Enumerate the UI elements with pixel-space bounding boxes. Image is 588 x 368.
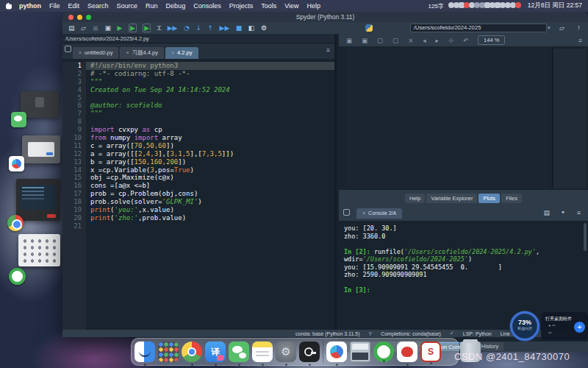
code-line[interactable]: print('you:',x.value): [86, 206, 334, 214]
dock-window-preview-icon[interactable]: [350, 342, 370, 362]
dock-app-apple-icon[interactable]: [397, 342, 417, 362]
console-scrollbar[interactable]: [584, 223, 587, 251]
step-over-icon[interactable]: ↓: [196, 24, 201, 32]
pane-tab-files[interactable]: Files: [501, 194, 522, 203]
code-line[interactable]: # -*- codiarng: utf-8 -*-: [86, 70, 334, 78]
close-console-icon[interactable]: ×: [362, 210, 365, 216]
editor-tab-4.2.py[interactable]: ×4.2.py: [165, 47, 198, 59]
save-icon[interactable]: ▣: [92, 24, 98, 32]
interrupt-console-icon[interactable]: ●: [562, 209, 564, 214]
layout-icon[interactable]: ◧: [248, 24, 255, 32]
dock-settings-icon[interactable]: ⚙: [276, 342, 296, 362]
menu-item-projects[interactable]: Projects: [229, 2, 254, 10]
minimized-window-grid[interactable]: [18, 234, 60, 266]
code-line[interactable]: from numpy import array: [86, 134, 334, 142]
recording-dot-icon[interactable]: [515, 2, 521, 8]
editor-tab-习题4.4.py[interactable]: ×习题4.4.py: [120, 47, 164, 59]
code-line[interactable]: @author: scofieldo: [86, 102, 334, 110]
chevron-down-icon[interactable]: ▾: [548, 25, 551, 31]
menu-item-debug[interactable]: Debug: [166, 2, 186, 10]
previous-plot-icon[interactable]: ◂: [423, 37, 426, 44]
stop-icon[interactable]: ■: [236, 24, 243, 32]
menu-item-help[interactable]: Help: [307, 2, 321, 10]
open-file-icon[interactable]: ▱: [81, 24, 86, 32]
step-return-icon[interactable]: ↑: [207, 24, 213, 32]
lsp-status[interactable]: LSP: Python: [463, 331, 492, 336]
run-cell-icon[interactable]: ▶: [129, 24, 137, 32]
debug-cell-icon[interactable]: ◔: [184, 24, 190, 32]
copy-plot-icon[interactable]: ▢: [377, 37, 383, 44]
menu-item-source[interactable]: Source: [117, 2, 138, 10]
code-editor[interactable]: 123456789101112131415161718192021 #!/usr…: [62, 59, 334, 330]
new-file-icon[interactable]: ▤: [68, 24, 75, 32]
minimized-window-dialog[interactable]: [22, 135, 60, 163]
input-source-indicator[interactable]: 125字: [428, 2, 443, 10]
menu-item-tools[interactable]: Tools: [261, 2, 276, 10]
dock-netdisk-icon[interactable]: [326, 342, 347, 362]
close-tab-icon[interactable]: ×: [126, 50, 129, 55]
menubar-clock[interactable]: 12月8日 周日 22:57: [528, 1, 582, 10]
tab-options-menu-icon[interactable]: ≡: [326, 46, 330, 54]
completions-status[interactable]: Completions: conda(base): [381, 331, 441, 336]
apple-menu-icon[interactable]: [6, 3, 12, 10]
run-icon[interactable]: ▶: [117, 24, 122, 32]
code-line[interactable]: prob.solve(solver='GLPK_MI'): [86, 198, 334, 206]
working-directory-combobox[interactable]: /Users/scofieldo/2024-2025: [410, 24, 547, 32]
zoom-out-icon[interactable]: ↶: [463, 37, 468, 44]
zoom-in-icon[interactable]: ⊹: [448, 37, 453, 44]
dock-finder-icon[interactable]: [135, 342, 155, 362]
code-line[interactable]: print('zho:',prob.value): [86, 214, 334, 222]
code-line[interactable]: cons =[a@x <=b]: [86, 182, 334, 190]
window-titlebar[interactable]: Spyder (Python 3.11): [62, 12, 588, 22]
debug-file-icon[interactable]: ▶▶: [168, 24, 178, 32]
remove-plot-icon[interactable]: ▢: [392, 37, 398, 44]
new-console-icon[interactable]: ▤: [543, 209, 550, 216]
code-line[interactable]: [86, 94, 334, 102]
close-tab-icon[interactable]: ×: [171, 50, 174, 55]
code-line[interactable]: prob = cp.Problem(obj,cons): [86, 190, 334, 198]
code-line[interactable]: x =cp.Variable(3,pos=True): [86, 166, 334, 174]
dock-notes-icon[interactable]: [252, 342, 273, 362]
browse-console-tabs-icon[interactable]: [343, 209, 350, 216]
code-line[interactable]: """: [86, 110, 334, 118]
code-line[interactable]: c = array([70,50,60]): [86, 142, 334, 150]
menu-item-run[interactable]: Run: [146, 2, 158, 10]
save-all-plots-icon[interactable]: ▣: [362, 37, 368, 44]
run-selection-icon[interactable]: Ɪ: [157, 24, 161, 32]
code-line[interactable]: a = array([[2,4,3],[3,1,5],[7,3,5]]): [86, 150, 334, 158]
pane-tab-help[interactable]: Help: [405, 194, 425, 203]
menu-item-python[interactable]: python: [19, 2, 41, 10]
code-area[interactable]: #!/usr/bin/env python3# -*- codiarng: ut…: [86, 62, 334, 330]
save-all-icon[interactable]: ▣: [104, 24, 111, 32]
plots-thumbnail-strip[interactable]: [552, 49, 587, 188]
dock-app-s-icon[interactable]: S: [420, 342, 441, 362]
code-line[interactable]: obj =cp.Maximize(c@x): [86, 174, 334, 182]
dock-chrome-icon[interactable]: [182, 342, 202, 362]
plots-options-menu-icon[interactable]: ≡: [578, 37, 582, 44]
pane-tab-variable-explorer[interactable]: Variable Explorer: [426, 194, 477, 203]
plots-zoom-level[interactable]: 144 %: [478, 35, 505, 45]
code-line[interactable]: Created on Tue Sep 24 14:14:52 2024: [86, 86, 334, 94]
pane-tab-plots[interactable]: Plots: [478, 194, 500, 203]
widget-row-1[interactable]: + ▫▫: [548, 323, 555, 328]
code-line[interactable]: [86, 118, 334, 126]
widget-row-2[interactable]: ▫▫: [548, 330, 551, 335]
code-line[interactable]: b = array([150,160,200]): [86, 158, 334, 166]
menu-item-consoles[interactable]: Consoles: [193, 2, 221, 10]
continue-icon[interactable]: ▶▶: [220, 24, 230, 32]
console-tab[interactable]: ×Console 2/A: [356, 208, 402, 219]
save-plot-icon[interactable]: ▣: [346, 37, 352, 44]
menu-item-search[interactable]: Search: [87, 2, 109, 10]
dock-launchpad-icon[interactable]: [158, 342, 179, 362]
memory-percent-badge[interactable]: 73% 释放内存: [510, 311, 539, 341]
conda-env-status[interactable]: conda: base (Python 3.11.5): [295, 331, 359, 336]
dock-app-green-icon[interactable]: [373, 342, 394, 362]
code-line[interactable]: """: [86, 78, 334, 86]
browse-tabs-icon[interactable]: [65, 46, 71, 52]
add-widget-button[interactable]: +: [574, 322, 585, 333]
browse-directory-icon[interactable]: ▱: [559, 24, 564, 32]
dock-passwords-icon[interactable]: [299, 342, 320, 362]
menu-item-edit[interactable]: Edit: [68, 2, 80, 10]
dock-translate-icon[interactable]: 译: [205, 342, 226, 362]
next-plot-icon[interactable]: ▸: [436, 37, 439, 44]
